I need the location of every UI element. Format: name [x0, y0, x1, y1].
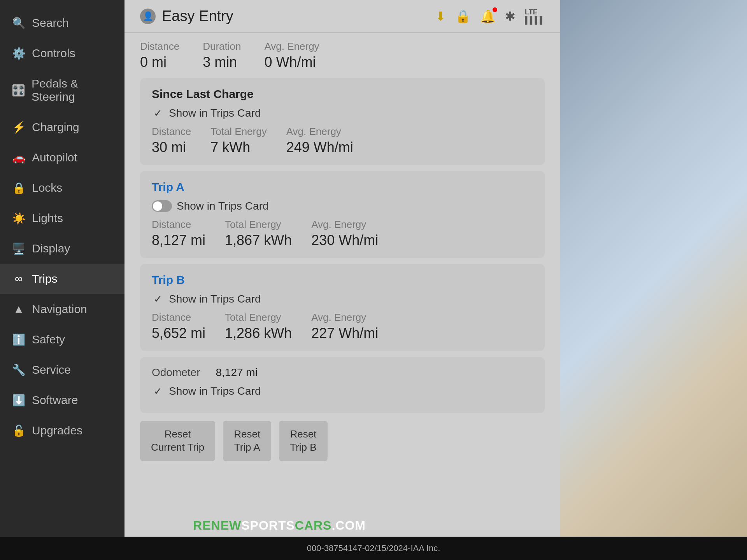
upgrades-icon: 🔓: [12, 424, 26, 437]
odometer-show-trips-label: Show in Trips Card: [169, 385, 261, 397]
slc-distance-block: Distance 30 mi: [152, 126, 191, 156]
sidebar-label-service: Service: [32, 363, 71, 376]
trip-b-total-energy-value: 1,286 kWh: [225, 325, 292, 341]
profile-icon[interactable]: 👤: [140, 9, 156, 24]
sidebar-label-charging: Charging: [32, 121, 79, 134]
software-icon: ⬇️: [12, 394, 26, 407]
trip-a-distance-value: 8,127 mi: [152, 232, 205, 248]
sidebar-label-display: Display: [32, 242, 70, 255]
sidebar-item-charging[interactable]: ⚡Charging: [0, 112, 124, 142]
sidebar-label-trips: Trips: [32, 272, 58, 285]
trip-a-show-trips-row[interactable]: Show in Trips Card: [152, 200, 533, 212]
watermark-sports: SPORTS: [241, 518, 295, 532]
trip-b-total-energy-label: Total Energy: [225, 312, 292, 324]
bottom-date: 02/15/2024: [365, 543, 408, 553]
sidebar-label-safety: Safety: [32, 333, 65, 346]
slc-total-energy-label: Total Energy: [210, 126, 267, 138]
trips-icon: ∞: [12, 273, 26, 285]
download-icon[interactable]: ⬇: [435, 9, 446, 24]
trip-b-checkmark: ✓: [152, 293, 164, 305]
since-last-charge-show-trips-label: Show in Trips Card: [169, 107, 261, 119]
lte-indicator: LTE▌▌▌▌: [525, 8, 545, 24]
trip-b-avg-energy-label: Avg. Energy: [311, 312, 378, 324]
lock-icon[interactable]: 🔒: [455, 9, 471, 24]
odometer-row: Odometer 8,127 mi: [152, 366, 533, 379]
trip-a-distance-label: Distance: [152, 219, 205, 231]
sidebar-item-navigation[interactable]: ▲Navigation: [0, 294, 124, 324]
sections-container: Since Last Charge ✓ Show in Trips Card D…: [124, 74, 560, 477]
sidebar-item-controls[interactable]: ⚙️Controls: [0, 38, 124, 68]
trip-b-distance-block: Distance 5,652 mi: [152, 312, 205, 341]
trip-b-distance-label: Distance: [152, 312, 205, 324]
top-bar-left: 👤 Easy Entry: [140, 8, 233, 24]
sidebar-label-navigation: Navigation: [32, 303, 87, 316]
current-trip-stats-row: Distance 0 mi Duration 3 min Avg. Energy…: [140, 40, 545, 70]
trip-a-section: Trip A Show in Trips Card Distance 8,127…: [140, 171, 545, 258]
service-icon: 🔧: [12, 364, 26, 376]
slc-avg-energy-value: 249 Wh/mi: [286, 139, 353, 156]
current-avg-energy-value: 0 Wh/mi: [264, 54, 319, 70]
trip-a-stats-row: Distance 8,127 mi Total Energy 1,867 kWh…: [152, 219, 533, 248]
trip-b-stats-row: Distance 5,652 mi Total Energy 1,286 kWh…: [152, 312, 533, 341]
trip-a-avg-energy-block: Avg. Energy 230 Wh/mi: [311, 219, 378, 248]
bottom-phone: 000-38754147: [307, 543, 362, 553]
sidebar-item-display[interactable]: 🖥️Display: [0, 233, 124, 264]
bluetooth-icon[interactable]: ✱: [505, 9, 516, 24]
reset-trip-b-button[interactable]: ResetTrip B: [279, 421, 327, 461]
sidebar-label-search: Search: [32, 16, 69, 30]
sidebar-item-safety[interactable]: ℹ️Safety: [0, 324, 124, 355]
since-last-charge-stats-row: Distance 30 mi Total Energy 7 kWh Avg. E…: [152, 126, 533, 156]
notification-badge: [493, 7, 497, 12]
sidebar-item-service[interactable]: 🔧Service: [0, 355, 124, 385]
current-duration-value: 3 min: [203, 54, 241, 70]
bottom-bar: 000-38754147 - 02/15/2024 - IAA Inc.: [0, 537, 747, 560]
sidebar-item-lights[interactable]: ☀️Lights: [0, 203, 124, 233]
sidebar-item-autopilot[interactable]: 🚗Autopilot: [0, 142, 124, 173]
trip-b-avg-energy-block: Avg. Energy 227 Wh/mi: [311, 312, 378, 341]
current-avg-energy-label: Avg. Energy: [264, 40, 319, 52]
current-distance-label: Distance: [140, 40, 179, 52]
safety-icon: ℹ️: [12, 333, 26, 346]
bottom-separator1: -: [362, 543, 365, 553]
main-content: 👤 Easy Entry ⬇ 🔒 🔔 ✱ LTE▌▌▌▌ Distance: [124, 0, 560, 560]
trip-a-total-energy-block: Total Energy 1,867 kWh: [225, 219, 292, 248]
odometer-label: Odometer: [152, 366, 200, 379]
sidebar-item-locks[interactable]: 🔒Locks: [0, 173, 124, 203]
search-icon: 🔍: [12, 17, 26, 30]
window-background: [560, 0, 747, 560]
bottom-separator2: -: [408, 543, 410, 553]
trip-a-total-energy-value: 1,867 kWh: [225, 232, 292, 248]
lights-icon: ☀️: [12, 212, 26, 225]
charging-icon: ⚡: [12, 121, 26, 134]
reset-current-trip-button[interactable]: ResetCurrent Trip: [140, 421, 215, 461]
autopilot-icon: 🚗: [12, 151, 26, 164]
sidebar: 🔍Search⚙️Controls🎛️Pedals & Steering⚡Cha…: [0, 0, 124, 560]
since-last-charge-show-trips-row[interactable]: ✓ Show in Trips Card: [152, 107, 533, 119]
bell-icon[interactable]: 🔔: [480, 9, 496, 24]
trip-a-toggle[interactable]: [152, 200, 172, 212]
watermark-cars: CARS: [295, 518, 332, 532]
trip-b-distance-value: 5,652 mi: [152, 325, 205, 341]
sidebar-item-trips[interactable]: ∞Trips: [0, 264, 124, 294]
sidebar-item-software[interactable]: ⬇️Software: [0, 385, 124, 415]
sidebar-item-search[interactable]: 🔍Search: [0, 8, 124, 38]
sidebar-label-controls: Controls: [32, 47, 75, 60]
pedals-steering-icon: 🎛️: [12, 84, 25, 97]
trip-b-show-trips-label: Show in Trips Card: [169, 293, 261, 305]
top-bar-right: ⬇ 🔒 🔔 ✱ LTE▌▌▌▌: [435, 8, 545, 24]
trip-b-show-trips-row[interactable]: ✓ Show in Trips Card: [152, 293, 533, 305]
odometer-value: 8,127 mi: [216, 366, 258, 379]
watermark-com: .COM: [331, 518, 366, 532]
sidebar-label-autopilot: Autopilot: [32, 151, 77, 164]
locks-icon: 🔒: [12, 182, 26, 194]
navigation-icon: ▲: [12, 303, 26, 315]
odometer-show-trips-row[interactable]: ✓ Show in Trips Card: [152, 385, 533, 397]
sidebar-item-upgrades[interactable]: 🔓Upgrades: [0, 415, 124, 446]
bottom-company: IAA Inc.: [410, 543, 440, 553]
trip-b-total-energy-block: Total Energy 1,286 kWh: [225, 312, 292, 341]
watermark-renew: RENEW: [193, 518, 241, 532]
reset-trip-a-button[interactable]: ResetTrip A: [223, 421, 271, 461]
sidebar-item-pedals-steering[interactable]: 🎛️Pedals & Steering: [0, 68, 124, 112]
slc-avg-energy-label: Avg. Energy: [286, 126, 353, 138]
slc-avg-energy-block: Avg. Energy 249 Wh/mi: [286, 126, 353, 156]
